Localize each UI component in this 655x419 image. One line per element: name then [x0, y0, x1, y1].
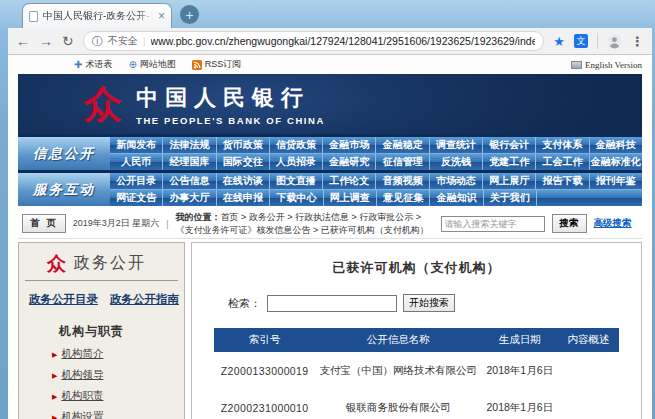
- nav-item[interactable]: 调查统计: [429, 137, 482, 153]
- reload-icon[interactable]: ↻: [62, 34, 74, 48]
- nav-item[interactable]: 网证文告: [110, 190, 162, 206]
- nav-item[interactable]: 金融科技: [589, 137, 642, 153]
- nav-item[interactable]: 工作论文: [322, 173, 375, 189]
- english-version-label: English Version: [585, 60, 642, 70]
- sidebar: 众 政务公开 政务公开目录 政务公开指南 机构与职责 ▶ 机构简介 ▶ 机构领导…: [18, 242, 185, 419]
- browser-menu-icon[interactable]: ⋮: [631, 34, 644, 49]
- nav-item[interactable]: 公告信息: [162, 173, 215, 189]
- nav-item[interactable]: 意见征集: [376, 190, 429, 206]
- cell-index: Z2000231000010: [214, 389, 315, 419]
- translate-icon[interactable]: 文: [574, 34, 588, 48]
- nav-item[interactable]: 音频视频: [375, 173, 428, 189]
- sidebar-item-label[interactable]: 机构简介: [61, 347, 103, 361]
- pbc-logo-small-icon: 众: [47, 254, 66, 273]
- cell-summary: [558, 352, 619, 389]
- back-icon[interactable]: ←: [16, 34, 30, 48]
- nav-item[interactable]: 党建工作: [482, 154, 535, 170]
- sidebar-item[interactable]: ▶ 机构职责: [52, 389, 178, 403]
- nav-item[interactable]: 经理国库: [162, 154, 215, 170]
- cell-summary: [558, 389, 619, 419]
- home-button[interactable]: 首 页: [22, 214, 66, 233]
- nav-section-info-disclosure: 信息公开 新闻发布 法律法规 货币政策 信贷政策 金融市场 金融稳定 调查统计 …: [18, 137, 642, 170]
- cell-name[interactable]: 银联商务股份有限公司: [315, 389, 481, 419]
- col-header-index: 索引号: [214, 328, 315, 352]
- webpage: ✚ 术语表 ⊕ 网站地图 RSS订阅 English Version 众 中国人…: [8, 55, 652, 419]
- nav-item[interactable]: 在线访谈: [216, 173, 269, 189]
- breadcrumb-divider: |: [166, 219, 168, 229]
- retrieve-input[interactable]: [267, 295, 397, 312]
- nav-item[interactable]: 报刊年鉴: [589, 173, 642, 189]
- nav-item[interactable]: 关于我们: [483, 190, 536, 206]
- nav-item[interactable]: 办事大厅: [162, 190, 215, 206]
- nav-item[interactable]: 金融知识: [429, 190, 482, 206]
- nav-item[interactable]: 国际交往: [216, 154, 269, 170]
- start-search-button[interactable]: 开始搜索: [403, 294, 455, 312]
- nav-item[interactable]: 反洗钱: [429, 154, 482, 170]
- bullet-icon: ▶: [52, 414, 57, 419]
- nav-item[interactable]: 工会工作: [535, 154, 588, 170]
- nav-item[interactable]: 下载中心: [269, 190, 322, 206]
- retrieve-label: 检索：: [228, 296, 261, 311]
- nav-item[interactable]: 人员招录: [269, 154, 322, 170]
- sidebar-item[interactable]: ▶ 机构简介: [52, 347, 178, 361]
- nav-item[interactable]: 市场动态: [429, 173, 482, 189]
- new-tab-button[interactable]: +: [180, 5, 199, 24]
- cell-date: 2018年1月6日: [481, 389, 558, 419]
- address-bar[interactable]: ⓘ 不安全 | www.pbc.gov.cn/zhengwugongkai/12…: [83, 31, 545, 51]
- sidebar-item[interactable]: ▶ 机构领导: [52, 368, 178, 382]
- sitemap-icon: ⊕: [128, 59, 136, 70]
- location-label: 我的位置：: [176, 212, 221, 222]
- rss-label: RSS订阅: [205, 58, 242, 71]
- profile-icon[interactable]: [607, 34, 622, 49]
- nav-item[interactable]: 法律法规: [162, 137, 215, 153]
- rss-link[interactable]: RSS订阅: [192, 58, 242, 71]
- sidebar-item-label[interactable]: 机构职责: [61, 389, 103, 403]
- breadcrumb[interactable]: 我的位置：首页 > 政务公开 > 行政执法信息 > 行政审批公示 > 《支付业务…: [176, 211, 434, 235]
- nav-item[interactable]: 银行会计: [482, 137, 535, 153]
- nav-item[interactable]: 金融市场: [322, 137, 375, 153]
- bookmark-star-icon[interactable]: ★: [553, 34, 565, 49]
- cell-name[interactable]: 支付宝（中国）网络技术有限公司: [315, 352, 481, 389]
- nav-section-label[interactable]: 服务互动: [18, 173, 110, 206]
- table-row: Z2000133000019 支付宝（中国）网络技术有限公司 2018年1月6日: [214, 352, 619, 389]
- sitemap-label: 网站地图: [140, 58, 176, 71]
- advanced-search-link[interactable]: 高级搜索: [594, 217, 632, 230]
- nav-item[interactable]: 在线申报: [216, 190, 269, 206]
- site-search-input[interactable]: [441, 216, 545, 232]
- browser-tab[interactable]: 中国人民银行-政务公开-行政执 ×: [22, 3, 172, 28]
- col-header-date: 生成日期: [481, 328, 558, 352]
- nav-item[interactable]: 公开目录: [110, 173, 162, 189]
- nav-item[interactable]: 报告下载: [535, 173, 588, 189]
- browser-toolbar: ← → ↻ ⓘ 不安全 | www.pbc.gov.cn/zhengwugong…: [8, 28, 652, 55]
- sidebar-item-label[interactable]: 机构设置: [61, 410, 103, 419]
- site-search-button[interactable]: 搜索: [552, 214, 587, 233]
- nav-section-label[interactable]: 信息公开: [18, 137, 110, 170]
- retrieve-row: 检索： 开始搜索: [228, 294, 619, 312]
- nav-item[interactable]: 新闻发布: [110, 137, 162, 153]
- nav-item[interactable]: 信贷政策: [269, 137, 322, 153]
- nav-item[interactable]: 图文直播: [269, 173, 322, 189]
- sidebar-item[interactable]: ▶ 机构设置: [52, 410, 178, 419]
- sidebar-top-links: 政务公开目录 政务公开指南: [25, 281, 178, 317]
- glossary-label: 术语表: [85, 58, 112, 71]
- nav-item[interactable]: 网上调查: [323, 190, 376, 206]
- tab-close-icon[interactable]: ×: [158, 10, 165, 22]
- nav-filler: [536, 190, 642, 206]
- nav-item[interactable]: 金融稳定: [375, 137, 428, 153]
- sidebar-link-guide[interactable]: 政务公开指南: [110, 292, 179, 307]
- english-version-link[interactable]: English Version: [571, 60, 642, 70]
- sidebar-link-directory[interactable]: 政务公开目录: [29, 292, 98, 307]
- nav-item[interactable]: 金融研究: [322, 154, 375, 170]
- nav-item[interactable]: 人民币: [110, 154, 162, 170]
- nav-item[interactable]: 金融标准化: [589, 154, 642, 170]
- nav-item[interactable]: 征信管理: [375, 154, 428, 170]
- nav-item[interactable]: 网上展厅: [482, 173, 535, 189]
- sidebar-item-label[interactable]: 机构领导: [61, 368, 103, 382]
- nav-section-services: 服务互动 公开目录 公告信息 在线访谈 图文直播 工作论文 音频视频 市场动态 …: [18, 173, 642, 206]
- glossary-link[interactable]: ✚ 术语表: [74, 58, 112, 71]
- nav-item[interactable]: 支付体系: [535, 137, 588, 153]
- nav-item[interactable]: 货币政策: [216, 137, 269, 153]
- forward-icon[interactable]: →: [39, 34, 53, 48]
- sitemap-link[interactable]: ⊕ 网站地图: [128, 58, 175, 71]
- info-icon[interactable]: ⓘ: [92, 34, 103, 49]
